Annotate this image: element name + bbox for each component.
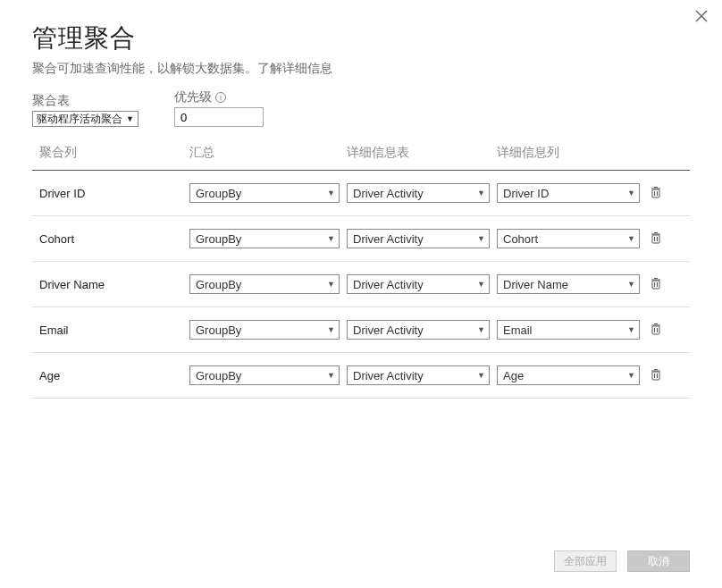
trash-icon <box>650 277 662 292</box>
caret-down-icon: ▼ <box>477 280 485 289</box>
priority-label: 优先级 <box>174 89 212 105</box>
cancel-button[interactable]: 取消 <box>627 550 690 572</box>
trash-icon <box>650 323 662 338</box>
trash-icon <box>650 231 662 247</box>
delete-row-button[interactable] <box>647 321 665 339</box>
detail-table-value: Driver Activity <box>353 323 424 337</box>
dialog-footer: 全部应用 取消 <box>32 542 690 572</box>
summary-select[interactable]: GroupBy▼ <box>189 365 340 385</box>
table-row: CohortGroupBy▼Driver Activity▼Cohort▼ <box>32 216 690 262</box>
svg-rect-12 <box>652 281 659 289</box>
detail-col-value: Cohort <box>503 232 538 246</box>
table-row: EmailGroupBy▼Driver Activity▼Email▼ <box>32 307 690 353</box>
dialog-subtitle: 聚合可加速查询性能，以解锁大数据集。了解详细信息 <box>32 61 690 77</box>
agg-table-group: 聚合表 驱动程序活动聚合 ▼ <box>32 93 139 127</box>
controls-row: 聚合表 驱动程序活动聚合 ▼ 优先级 i <box>32 89 690 127</box>
detail-col-value: Driver ID <box>503 187 549 200</box>
summary-value: GroupBy <box>196 278 241 291</box>
detail-table-value: Driver Activity <box>353 369 424 382</box>
detail-table-value: Driver Activity <box>353 278 424 291</box>
trash-icon <box>650 186 662 201</box>
header-agg-col: 聚合列 <box>39 145 182 161</box>
agg-table-label: 聚合表 <box>32 93 139 109</box>
agg-col-value: Driver ID <box>39 187 182 200</box>
caret-down-icon: ▼ <box>627 234 635 243</box>
priority-group: 优先级 i <box>174 89 264 127</box>
caret-down-icon: ▼ <box>126 114 134 123</box>
header-summary: 汇总 <box>189 145 340 161</box>
detail-col-value: Driver Name <box>503 278 568 291</box>
table-scroll[interactable]: 聚合列 汇总 详细信息表 详细信息列 Driver IDGroupBy▼Driv… <box>32 138 690 540</box>
svg-rect-17 <box>652 326 659 334</box>
agg-table-value: 驱动程序活动聚合 <box>37 112 122 127</box>
agg-col-value: Driver Name <box>39 278 182 291</box>
detail-col-value: Age <box>503 369 524 382</box>
caret-down-icon: ▼ <box>327 325 335 334</box>
caret-down-icon: ▼ <box>477 325 485 334</box>
delete-row-button[interactable] <box>647 275 665 293</box>
delete-row-button[interactable] <box>647 184 665 202</box>
priority-input[interactable] <box>174 107 264 127</box>
detail-table-select[interactable]: Driver Activity▼ <box>347 365 490 385</box>
summary-value: GroupBy <box>196 369 241 382</box>
detail-table-select[interactable]: Driver Activity▼ <box>347 183 490 203</box>
caret-down-icon: ▼ <box>477 189 485 197</box>
apply-all-button[interactable]: 全部应用 <box>554 550 617 572</box>
detail-col-select[interactable]: Driver ID▼ <box>497 183 640 203</box>
caret-down-icon: ▼ <box>327 371 335 380</box>
summary-select[interactable]: GroupBy▼ <box>189 274 340 294</box>
caret-down-icon: ▼ <box>627 325 635 334</box>
table-header-row: 聚合列 汇总 详细信息表 详细信息列 <box>32 138 690 171</box>
priority-label-row: 优先级 i <box>174 89 264 105</box>
detail-table-select[interactable]: Driver Activity▼ <box>347 320 490 340</box>
caret-down-icon: ▼ <box>327 280 335 289</box>
detail-col-select[interactable]: Driver Name▼ <box>497 274 640 294</box>
delete-row-button[interactable] <box>647 230 665 248</box>
detail-col-select[interactable]: Email▼ <box>497 320 640 340</box>
detail-col-value: Email <box>503 323 533 337</box>
agg-col-value: Age <box>39 369 182 382</box>
detail-table-value: Driver Activity <box>353 187 424 200</box>
aggregation-table: 聚合列 汇总 详细信息表 详细信息列 Driver IDGroupBy▼Driv… <box>32 138 690 542</box>
caret-down-icon: ▼ <box>627 280 635 289</box>
dialog-title: 管理聚合 <box>32 21 690 55</box>
table-row: Driver IDGroupBy▼Driver Activity▼Driver … <box>32 171 690 216</box>
close-icon <box>695 8 708 26</box>
detail-col-select[interactable]: Cohort▼ <box>497 229 640 248</box>
detail-col-select[interactable]: Age▼ <box>497 365 640 385</box>
header-detail-col: 详细信息列 <box>497 145 640 161</box>
svg-rect-2 <box>652 189 659 197</box>
caret-down-icon: ▼ <box>477 371 485 380</box>
summary-value: GroupBy <box>196 232 241 246</box>
svg-rect-22 <box>652 372 659 380</box>
caret-down-icon: ▼ <box>327 234 335 243</box>
summary-select[interactable]: GroupBy▼ <box>189 229 340 248</box>
svg-rect-7 <box>652 235 659 243</box>
agg-table-select[interactable]: 驱动程序活动聚合 ▼ <box>32 111 139 127</box>
detail-table-value: Driver Activity <box>353 232 424 246</box>
table-row: Driver NameGroupBy▼Driver Activity▼Drive… <box>32 262 690 307</box>
detail-table-select[interactable]: Driver Activity▼ <box>347 229 490 248</box>
summary-value: GroupBy <box>196 187 241 200</box>
caret-down-icon: ▼ <box>627 189 635 197</box>
detail-table-select[interactable]: Driver Activity▼ <box>347 274 490 294</box>
rows-container: Driver IDGroupBy▼Driver Activity▼Driver … <box>32 171 690 399</box>
summary-select[interactable]: GroupBy▼ <box>189 320 340 340</box>
agg-col-value: Cohort <box>39 232 182 246</box>
caret-down-icon: ▼ <box>627 371 635 380</box>
caret-down-icon: ▼ <box>327 189 335 197</box>
agg-col-value: Email <box>39 323 182 337</box>
caret-down-icon: ▼ <box>477 234 485 243</box>
summary-value: GroupBy <box>196 323 241 337</box>
table-row: AgeGroupBy▼Driver Activity▼Age▼ <box>32 353 690 399</box>
close-button[interactable] <box>695 9 708 25</box>
header-detail-table: 详细信息表 <box>347 145 490 161</box>
summary-select[interactable]: GroupBy▼ <box>189 183 340 203</box>
delete-row-button[interactable] <box>647 366 665 384</box>
trash-icon <box>650 368 662 383</box>
manage-aggregations-dialog: 管理聚合 聚合可加速查询性能，以解锁大数据集。了解详细信息 聚合表 驱动程序活动… <box>0 0 722 588</box>
info-icon[interactable]: i <box>215 92 226 103</box>
